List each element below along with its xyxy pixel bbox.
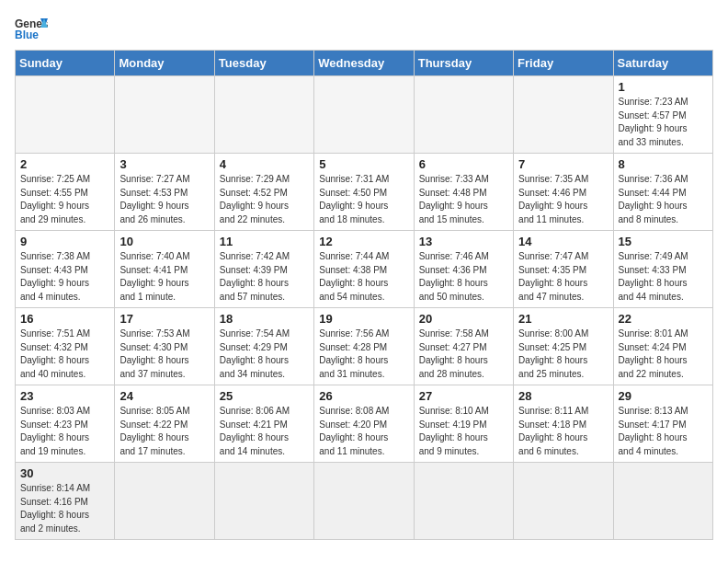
day-info: Sunrise: 7:29 AM Sunset: 4:52 PM Dayligh…: [220, 173, 309, 226]
calendar-week-2: 2Sunrise: 7:25 AM Sunset: 4:55 PM Daylig…: [16, 154, 713, 231]
calendar-cell: [314, 76, 414, 154]
calendar-cell: [214, 463, 313, 540]
day-header-thursday: Thursday: [414, 51, 513, 76]
day-info: Sunrise: 7:25 AM Sunset: 4:55 PM Dayligh…: [20, 173, 109, 226]
calendar-week-4: 16Sunrise: 7:51 AM Sunset: 4:32 PM Dayli…: [16, 308, 713, 385]
calendar-cell: 15Sunrise: 7:49 AM Sunset: 4:33 PM Dayli…: [613, 231, 712, 308]
day-number: 6: [419, 157, 508, 171]
calendar-cell: 21Sunrise: 8:00 AM Sunset: 4:25 PM Dayli…: [514, 308, 613, 385]
day-number: 30: [20, 466, 109, 480]
day-info: Sunrise: 7:46 AM Sunset: 4:36 PM Dayligh…: [419, 250, 508, 304]
day-info: Sunrise: 7:31 AM Sunset: 4:50 PM Dayligh…: [319, 173, 408, 226]
calendar-cell: [16, 76, 115, 154]
day-number: 21: [518, 312, 608, 326]
day-number: 17: [119, 312, 209, 326]
calendar-cell: [115, 463, 214, 540]
page-header: General Blue: [15, 15, 713, 40]
calendar-cell: [214, 76, 313, 154]
calendar-cell: 1Sunrise: 7:23 AM Sunset: 4:57 PM Daylig…: [613, 76, 712, 154]
day-info: Sunrise: 7:38 AM Sunset: 4:43 PM Dayligh…: [20, 250, 109, 304]
day-info: Sunrise: 7:33 AM Sunset: 4:48 PM Dayligh…: [419, 173, 508, 226]
day-info: Sunrise: 7:58 AM Sunset: 4:27 PM Dayligh…: [419, 327, 508, 381]
day-number: 16: [20, 312, 109, 326]
day-info: Sunrise: 7:54 AM Sunset: 4:29 PM Dayligh…: [220, 327, 309, 381]
day-info: Sunrise: 7:35 AM Sunset: 4:46 PM Dayligh…: [518, 173, 608, 226]
day-number: 13: [419, 235, 508, 248]
calendar-cell: 25Sunrise: 8:06 AM Sunset: 4:21 PM Dayli…: [214, 385, 313, 463]
calendar-cell: 30Sunrise: 8:14 AM Sunset: 4:16 PM Dayli…: [16, 463, 115, 540]
calendar-cell: 11Sunrise: 7:42 AM Sunset: 4:39 PM Dayli…: [214, 231, 313, 308]
calendar-cell: 23Sunrise: 8:03 AM Sunset: 4:23 PM Dayli…: [16, 385, 115, 463]
day-info: Sunrise: 8:01 AM Sunset: 4:24 PM Dayligh…: [619, 327, 708, 381]
calendar-cell: 8Sunrise: 7:36 AM Sunset: 4:44 PM Daylig…: [613, 154, 712, 231]
calendar-cell: [314, 463, 414, 540]
calendar-cell: [514, 76, 613, 154]
calendar-cell: [115, 76, 214, 154]
day-info: Sunrise: 7:40 AM Sunset: 4:41 PM Dayligh…: [119, 250, 209, 304]
day-info: Sunrise: 7:27 AM Sunset: 4:53 PM Dayligh…: [119, 173, 209, 226]
calendar-cell: 22Sunrise: 8:01 AM Sunset: 4:24 PM Dayli…: [613, 308, 712, 385]
day-info: Sunrise: 7:56 AM Sunset: 4:28 PM Dayligh…: [319, 327, 408, 381]
day-info: Sunrise: 8:10 AM Sunset: 4:19 PM Dayligh…: [419, 405, 508, 458]
day-number: 27: [419, 389, 508, 403]
calendar-cell: 7Sunrise: 7:35 AM Sunset: 4:46 PM Daylig…: [514, 154, 613, 231]
calendar-cell: 18Sunrise: 7:54 AM Sunset: 4:29 PM Dayli…: [214, 308, 313, 385]
day-number: 7: [518, 157, 608, 171]
calendar-cell: 29Sunrise: 8:13 AM Sunset: 4:17 PM Dayli…: [613, 385, 712, 463]
day-info: Sunrise: 8:13 AM Sunset: 4:17 PM Dayligh…: [619, 405, 708, 458]
day-info: Sunrise: 7:49 AM Sunset: 4:33 PM Dayligh…: [619, 250, 708, 304]
calendar-cell: 14Sunrise: 7:47 AM Sunset: 4:35 PM Dayli…: [514, 231, 613, 308]
calendar-week-1: 1Sunrise: 7:23 AM Sunset: 4:57 PM Daylig…: [16, 76, 713, 154]
calendar-cell: 9Sunrise: 7:38 AM Sunset: 4:43 PM Daylig…: [16, 231, 115, 308]
day-number: 3: [119, 157, 209, 171]
day-header-tuesday: Tuesday: [214, 51, 313, 76]
calendar-week-6: 30Sunrise: 8:14 AM Sunset: 4:16 PM Dayli…: [16, 463, 713, 540]
day-info: Sunrise: 8:03 AM Sunset: 4:23 PM Dayligh…: [20, 405, 109, 458]
calendar-cell: 6Sunrise: 7:33 AM Sunset: 4:48 PM Daylig…: [414, 154, 513, 231]
calendar-cell: 27Sunrise: 8:10 AM Sunset: 4:19 PM Dayli…: [414, 385, 513, 463]
day-number: 28: [518, 389, 608, 403]
calendar-cell: 13Sunrise: 7:46 AM Sunset: 4:36 PM Dayli…: [414, 231, 513, 308]
calendar-cell: 20Sunrise: 7:58 AM Sunset: 4:27 PM Dayli…: [414, 308, 513, 385]
calendar-cell: 24Sunrise: 8:05 AM Sunset: 4:22 PM Dayli…: [115, 385, 214, 463]
day-info: Sunrise: 7:42 AM Sunset: 4:39 PM Dayligh…: [220, 250, 309, 304]
calendar-cell: 19Sunrise: 7:56 AM Sunset: 4:28 PM Dayli…: [314, 308, 414, 385]
calendar-cell: [414, 76, 513, 154]
calendar-cell: 5Sunrise: 7:31 AM Sunset: 4:50 PM Daylig…: [314, 154, 414, 231]
calendar-cell: 17Sunrise: 7:53 AM Sunset: 4:30 PM Dayli…: [115, 308, 214, 385]
day-info: Sunrise: 8:08 AM Sunset: 4:20 PM Dayligh…: [319, 405, 408, 458]
day-number: 23: [20, 389, 109, 403]
day-number: 1: [619, 80, 708, 94]
day-number: 2: [20, 157, 109, 171]
day-info: Sunrise: 7:23 AM Sunset: 4:57 PM Dayligh…: [619, 96, 708, 149]
calendar-header-row: SundayMondayTuesdayWednesdayThursdayFrid…: [16, 51, 713, 76]
day-info: Sunrise: 8:06 AM Sunset: 4:21 PM Dayligh…: [220, 405, 309, 458]
day-header-monday: Monday: [115, 51, 214, 76]
calendar-cell: 2Sunrise: 7:25 AM Sunset: 4:55 PM Daylig…: [16, 154, 115, 231]
calendar-cell: 26Sunrise: 8:08 AM Sunset: 4:20 PM Dayli…: [314, 385, 414, 463]
calendar-cell: 16Sunrise: 7:51 AM Sunset: 4:32 PM Dayli…: [16, 308, 115, 385]
calendar-cell: 10Sunrise: 7:40 AM Sunset: 4:41 PM Dayli…: [115, 231, 214, 308]
day-info: Sunrise: 7:44 AM Sunset: 4:38 PM Dayligh…: [319, 250, 408, 304]
day-number: 20: [419, 312, 508, 326]
day-number: 10: [119, 235, 209, 248]
day-number: 25: [220, 389, 309, 403]
day-info: Sunrise: 7:36 AM Sunset: 4:44 PM Dayligh…: [619, 173, 708, 226]
day-header-friday: Friday: [514, 51, 613, 76]
day-number: 14: [518, 235, 608, 248]
day-number: 29: [619, 389, 708, 403]
day-number: 11: [220, 235, 309, 248]
day-info: Sunrise: 8:05 AM Sunset: 4:22 PM Dayligh…: [119, 405, 209, 458]
calendar-week-5: 23Sunrise: 8:03 AM Sunset: 4:23 PM Dayli…: [16, 385, 713, 463]
calendar-cell: 4Sunrise: 7:29 AM Sunset: 4:52 PM Daylig…: [214, 154, 313, 231]
calendar-cell: [613, 463, 712, 540]
calendar-cell: 12Sunrise: 7:44 AM Sunset: 4:38 PM Dayli…: [314, 231, 414, 308]
day-info: Sunrise: 8:14 AM Sunset: 4:16 PM Dayligh…: [20, 482, 109, 535]
day-info: Sunrise: 7:51 AM Sunset: 4:32 PM Dayligh…: [20, 327, 109, 381]
day-number: 5: [319, 157, 408, 171]
logo-icon: General Blue: [15, 15, 48, 40]
calendar-cell: [414, 463, 513, 540]
calendar-cell: 28Sunrise: 8:11 AM Sunset: 4:18 PM Dayli…: [514, 385, 613, 463]
day-number: 26: [319, 389, 408, 403]
calendar-cell: [514, 463, 613, 540]
